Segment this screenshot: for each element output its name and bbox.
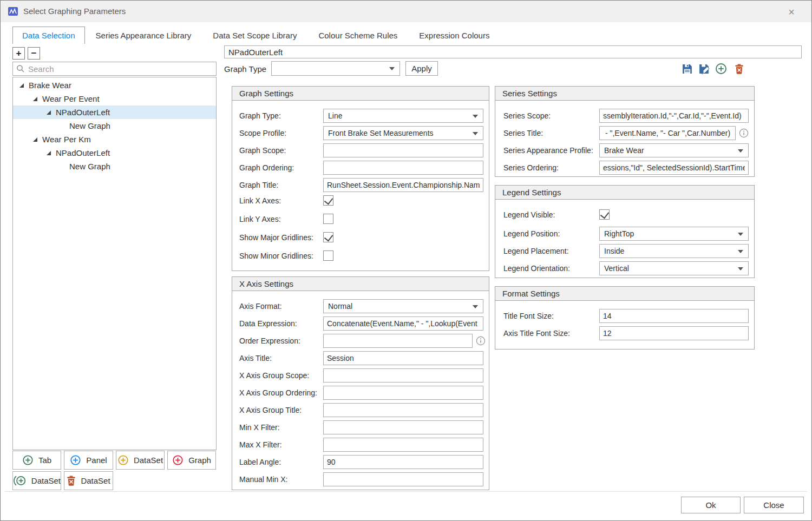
label-angle-input[interactable] (323, 455, 483, 469)
panel-title: X Axis Settings (232, 277, 489, 291)
axis-title-font-size-input[interactable] (599, 326, 749, 340)
graph-type-header-combo[interactable] (271, 61, 400, 76)
axis-format-combo[interactable]: Normal (323, 299, 483, 313)
tree-item-label: Brake Wear (29, 81, 71, 90)
chevron-down-icon (473, 115, 478, 118)
legend-placement-combo[interactable]: Inside (599, 244, 749, 258)
series-title-input[interactable] (599, 126, 736, 140)
graph-scope-input[interactable] (323, 143, 483, 157)
add-graph-definition-button[interactable] (715, 62, 728, 75)
link-x-axes-checkbox[interactable] (323, 195, 333, 206)
expander-icon[interactable] (46, 110, 51, 115)
show-minor-gridlines-checkbox[interactable] (323, 250, 333, 261)
legend-position-combo[interactable]: RightTop (599, 227, 749, 241)
field-label: Graph Type: (239, 111, 323, 120)
graph-title-input[interactable] (323, 178, 483, 192)
button-label: Panel (86, 456, 107, 465)
graph-ordering-input[interactable] (323, 161, 483, 175)
combo-value: Line (328, 111, 342, 120)
button-label: Tab (38, 456, 51, 465)
field-label: Legend Placement: (503, 247, 599, 255)
tree-add-button[interactable]: + (12, 47, 25, 60)
delete-dataset-button[interactable]: DataSet (64, 471, 113, 490)
tree-item-new-graph-event[interactable]: New Graph (13, 119, 216, 133)
add-circle-icon (22, 454, 34, 466)
expander-icon[interactable] (32, 96, 38, 102)
window-title: Select Graphing Parameters (23, 6, 126, 16)
legend-visible-checkbox[interactable] (599, 209, 610, 220)
tree-item-new-graph-km[interactable]: New Graph (13, 160, 216, 173)
tree-remove-button[interactable]: − (28, 47, 40, 60)
field-label: Series Scope: (503, 111, 599, 120)
order-expression-input[interactable] (323, 334, 473, 348)
x-axis-group-title-input[interactable] (323, 403, 483, 417)
title-font-size-input[interactable] (599, 309, 749, 323)
tab-data-selection[interactable]: Data Selection (12, 27, 85, 44)
tree-item-npadouterleft-event[interactable]: NPadOuterLeft (13, 105, 216, 119)
add-panel-button[interactable]: Panel (64, 451, 113, 470)
tab-colour-scheme-rules[interactable]: Colour Scheme Rules (307, 27, 408, 44)
combo-value: Front Brake Set Measurements (328, 129, 434, 137)
save-edit-icon (698, 63, 710, 75)
axis-title-input[interactable] (323, 351, 483, 365)
apply-button[interactable]: Apply (405, 61, 438, 76)
graph-name-input[interactable] (224, 45, 802, 58)
search-input[interactable] (28, 64, 216, 74)
max-x-filter-input[interactable] (323, 438, 483, 452)
tab-data-set-scope-library[interactable]: Data Set Scope Library (202, 27, 307, 44)
field-label: Label Angle: (239, 458, 323, 466)
tab-series-appearance-library[interactable]: Series Appearance Library (85, 27, 202, 44)
field-label: Graph Ordering: (239, 163, 323, 172)
field-label: Title Font Size: (503, 312, 599, 320)
field-label: Scope Profile: (239, 129, 323, 137)
min-x-filter-input[interactable] (323, 420, 483, 434)
x-axis-group-scope-input[interactable] (323, 368, 483, 382)
field-label: Show Minor Gridlines: (239, 252, 323, 260)
series-appearance-profile-combo[interactable]: Brake Wear (599, 143, 749, 157)
x-axis-group-ordering-input[interactable] (323, 386, 483, 400)
field-label: Legend Position: (503, 229, 599, 238)
chevron-down-icon (738, 233, 743, 236)
close-button[interactable]: Close (744, 497, 804, 513)
expander-icon[interactable] (19, 83, 24, 88)
copy-dataset-button[interactable]: DataSet (12, 471, 61, 490)
field-label: X Axis Group Ordering: (239, 388, 323, 397)
tree-item-brake-wear[interactable]: Brake Wear (13, 78, 216, 92)
field-label: Max X Filter: (239, 440, 323, 449)
data-expression-input[interactable] (323, 316, 483, 331)
ok-button[interactable]: Ok (681, 497, 741, 513)
field-label: Series Title: (503, 129, 599, 137)
field-label: Series Appearance Profile: (503, 146, 599, 155)
field-label: Show Major Gridlines: (239, 233, 323, 242)
add-graph-button[interactable]: Graph (167, 451, 216, 470)
tree-item-npadouterleft-km[interactable]: NPadOuterLeft (13, 146, 216, 160)
expander-icon[interactable] (46, 150, 51, 156)
series-scope-input[interactable] (599, 109, 749, 123)
tree-item-label: Wear Per Km (42, 135, 91, 144)
field-label: Link Y Axes: (239, 215, 323, 223)
save-button[interactable] (680, 62, 693, 75)
tree-item-wear-per-km[interactable]: Wear Per Km (13, 133, 216, 146)
scope-profile-combo[interactable]: Front Brake Set Measurements (323, 126, 483, 140)
tree-item-wear-per-event[interactable]: Wear Per Event (13, 92, 216, 105)
add-dataset-button[interactable]: DataSet (116, 451, 165, 470)
trash-icon (735, 64, 744, 74)
delete-graph-definition-button[interactable] (732, 62, 745, 75)
trash-icon (67, 476, 76, 486)
manual-min-x-input[interactable] (323, 472, 483, 486)
add-tab-button[interactable]: Tab (12, 451, 61, 470)
show-major-gridlines-checkbox[interactable] (323, 232, 333, 242)
combo-value: RightTop (604, 229, 634, 238)
graph-type-combo[interactable]: Line (323, 109, 483, 123)
clipped-input[interactable] (323, 490, 483, 490)
expander-icon[interactable] (32, 137, 38, 142)
tab-expression-colours[interactable]: Expression Colours (408, 27, 500, 44)
link-y-axes-checkbox[interactable] (323, 214, 333, 224)
series-ordering-input[interactable] (599, 161, 749, 175)
legend-orientation-combo[interactable]: Vertical (599, 261, 749, 275)
close-icon[interactable]: × (784, 5, 798, 19)
save-icon (682, 63, 693, 75)
field-label: Data Expression: (239, 319, 323, 328)
tree-item-label: NPadOuterLeft (56, 108, 110, 117)
save-edit-button[interactable] (697, 62, 710, 75)
